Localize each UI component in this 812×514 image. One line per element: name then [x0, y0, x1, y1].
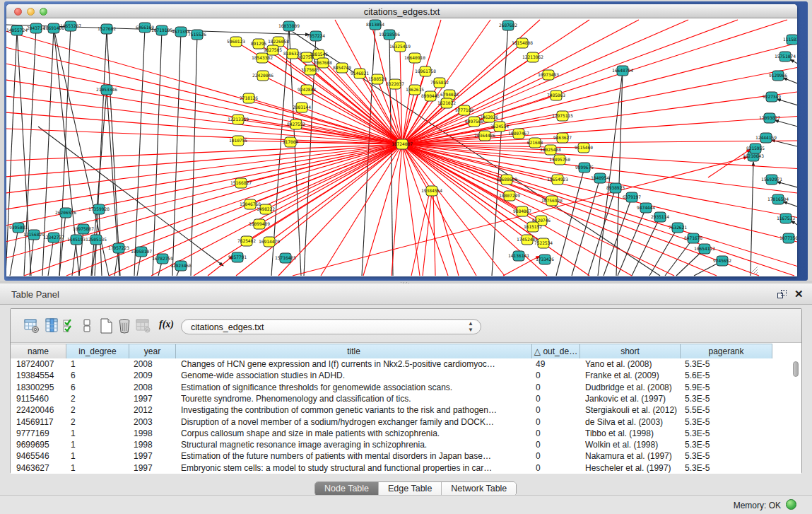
- cell-year[interactable]: 2009: [134, 370, 175, 381]
- cell-in_degree[interactable]: 6: [71, 370, 128, 381]
- cell-year[interactable]: 1997: [134, 393, 175, 404]
- graph-node[interactable]: 12213962: [522, 52, 543, 62]
- graph-node[interactable]: 10807467: [508, 129, 529, 139]
- graph-node[interactable]: 7522534: [534, 238, 553, 248]
- graph-node[interactable]: 16640910: [404, 53, 425, 63]
- cell-title[interactable]: Embryonic stem cells: a model to study s…: [181, 462, 531, 474]
- table-options-button[interactable]: [23, 317, 40, 334]
- graph-edge-selected[interactable]: [402, 91, 797, 144]
- column-header-pagerank[interactable]: pagerank: [681, 344, 772, 358]
- cell-year[interactable]: 1998: [134, 428, 175, 439]
- cell-out_de[interactable]: 0: [536, 370, 579, 381]
- graph-node[interactable]: 1615152: [524, 222, 542, 232]
- graph-node[interactable]: 10756928: [541, 196, 563, 206]
- graph-node[interactable]: 2687682: [499, 21, 517, 30]
- graph-edge[interactable]: [783, 78, 797, 86]
- graph-node[interactable]: 2935114: [651, 212, 669, 222]
- graph-node[interactable]: 1840954: [591, 173, 609, 183]
- cell-pagerank[interactable]: 5.9E-5: [685, 382, 771, 393]
- graph-node[interactable]: 3624554: [490, 122, 509, 132]
- graph-node[interactable]: 2803144: [293, 103, 311, 112]
- graph-node[interactable]: 17957223: [108, 243, 129, 253]
- cell-name[interactable]: 9115460: [16, 393, 65, 404]
- graph-node[interactable]: 17975115: [552, 111, 573, 121]
- cell-year[interactable]: 1997: [134, 462, 175, 474]
- cell-short[interactable]: Wolkin et al. (1998): [585, 439, 679, 450]
- cell-name[interactable]: 22420046: [16, 404, 65, 416]
- graph-edge-selected[interactable]: [6, 144, 402, 177]
- graph-node[interactable]: 19384554: [421, 186, 442, 196]
- graph-node[interactable]: 16154808: [512, 38, 533, 48]
- graph-node[interactable]: 21053346: [96, 85, 117, 95]
- graph-node[interactable]: 2718126: [240, 93, 258, 103]
- cell-title[interactable]: Changes of HCN gene expression and I(f) …: [181, 358, 531, 370]
- graph-edge[interactable]: [38, 127, 223, 266]
- graph-node[interactable]: 9129966: [769, 71, 787, 81]
- cell-name[interactable]: 9699695: [16, 439, 65, 450]
- table-row[interactable]: 1456911722003Disruption of a novel membe…: [11, 416, 788, 428]
- cell-year[interactable]: 1997: [134, 450, 175, 462]
- cell-pagerank[interactable]: 5.6E-5: [685, 370, 771, 381]
- row-height-button[interactable]: [78, 317, 95, 334]
- graph-node[interactable]: 6379197: [623, 192, 641, 202]
- graph-edge[interactable]: [6, 30, 17, 276]
- table-row[interactable]: 911546021997Tourette syndrome. Phenomeno…: [11, 393, 788, 404]
- cell-pagerank[interactable]: 5.5E-5: [685, 404, 771, 416]
- graph-node[interactable]: 18543382: [252, 53, 273, 63]
- cell-in_degree[interactable]: 1: [71, 462, 128, 474]
- graph-node[interactable]: 16033809: [278, 21, 300, 31]
- cell-pagerank[interactable]: 5.3E-5: [685, 393, 771, 404]
- column-header-title[interactable]: title: [176, 344, 532, 358]
- graph-node[interactable]: 10975887: [73, 224, 94, 234]
- cell-pagerank[interactable]: 5.3E-5: [685, 450, 771, 462]
- graph-node[interactable]: 9474444: [637, 203, 655, 213]
- graph-node[interactable]: 8990448: [421, 91, 440, 101]
- graph-node[interactable]: 7955812: [430, 78, 449, 88]
- graph-node[interactable]: 10025488: [540, 145, 561, 155]
- graph-edge-selected[interactable]: [6, 144, 402, 209]
- graph-node[interactable]: 8471676: [684, 233, 702, 243]
- graph-edge-selected[interactable]: [402, 144, 797, 243]
- cell-pagerank[interactable]: 5.3E-5: [685, 439, 771, 450]
- cell-title[interactable]: Genome-wide association studies in ADHD.: [181, 370, 531, 381]
- tab-node-table[interactable]: Node Table: [315, 482, 379, 496]
- graph-node[interactable]: 1527602: [98, 24, 116, 34]
- cell-short[interactable]: Franke et al. (2009): [585, 370, 679, 381]
- graph-node[interactable]: 16099489: [249, 219, 270, 229]
- graph-node[interactable]: 9884067: [513, 206, 531, 216]
- graph-edge[interactable]: [389, 35, 393, 276]
- graph-node[interactable]: 12093877: [759, 113, 780, 123]
- graph-node[interactable]: 9227349: [763, 92, 781, 102]
- column-header-out_de[interactable]: △ out_de…: [532, 344, 580, 358]
- cell-short[interactable]: Hescheler et al. (1997): [585, 462, 679, 474]
- graph-node[interactable]: 5960123: [227, 37, 245, 47]
- graph-node[interactable]: 10719185: [151, 25, 172, 35]
- column-header-short[interactable]: short: [580, 344, 681, 358]
- float-panel-icon[interactable]: [777, 290, 787, 299]
- cell-out_de[interactable]: 0: [536, 393, 579, 404]
- close-panel-icon[interactable]: ✕: [794, 288, 804, 300]
- window-titlebar[interactable]: citations_edges.txt: [6, 4, 797, 18]
- graph-node[interactable]: 14136141: [508, 251, 529, 261]
- graph-edge-selected[interactable]: [269, 144, 402, 242]
- graph-node[interactable]: 16961758: [415, 66, 436, 76]
- graph-node[interactable]: 8813054: [366, 20, 384, 30]
- cell-in_degree[interactable]: 1: [71, 450, 128, 462]
- graph-node[interactable]: 15692971: [761, 175, 782, 185]
- graph-node[interactable]: 10958107: [131, 247, 152, 257]
- cell-short[interactable]: Dudbridge et al. (2008): [585, 382, 679, 393]
- column-visibility-button[interactable]: [44, 317, 61, 334]
- network-canvas[interactable]: 5960123891295182260589827505185433828186…: [6, 19, 797, 276]
- graph-node[interactable]: 19218596: [379, 30, 400, 40]
- graph-edge[interactable]: [30, 235, 34, 276]
- cell-in_degree[interactable]: 2: [71, 404, 128, 416]
- graph-node[interactable]: 14055724: [6, 25, 28, 35]
- cell-in_degree[interactable]: 1: [71, 428, 128, 439]
- graph-node[interactable]: 9395081: [9, 223, 28, 233]
- cell-title[interactable]: Structural magnetic resonance image aver…: [181, 439, 531, 450]
- cell-short[interactable]: de Silva et al. (2003): [585, 416, 679, 428]
- cell-name[interactable]: 9463627: [16, 462, 65, 474]
- graph-node[interactable]: 16782759: [152, 254, 173, 264]
- graph-node[interactable]: 7485063: [547, 90, 565, 100]
- cell-year[interactable]: 2012: [134, 404, 175, 416]
